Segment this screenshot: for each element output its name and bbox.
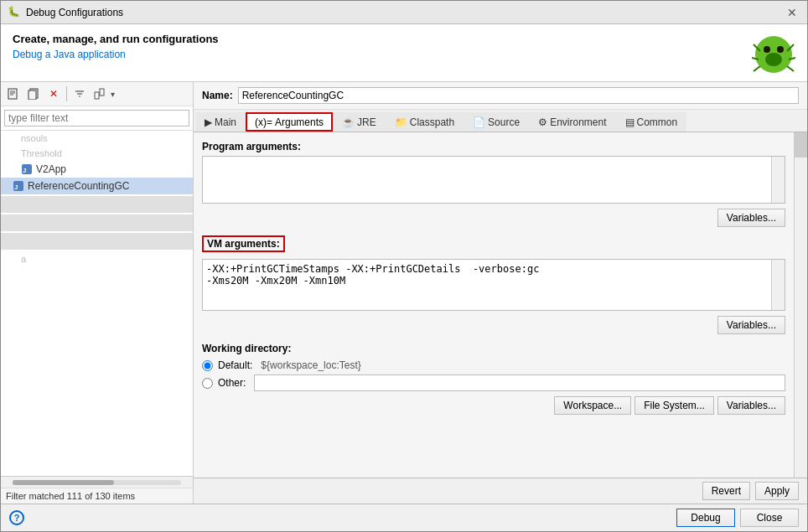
debug-configurations-dialog: 🐛 Debug Configurations ✕ Create, manage,… bbox=[0, 0, 808, 532]
other-label: Other: bbox=[218, 377, 246, 389]
working-dir-label: Working directory: bbox=[202, 343, 785, 354]
svg-point-3 bbox=[765, 53, 782, 66]
new-config-button[interactable] bbox=[4, 85, 23, 103]
jre-tab-label: JRE bbox=[357, 116, 376, 128]
svg-text:J: J bbox=[23, 167, 26, 174]
duplicate-config-button[interactable] bbox=[24, 85, 43, 103]
vm-args-variables-button[interactable]: Variables... bbox=[717, 316, 785, 334]
left-panel: ✕ ▾ bbox=[1, 82, 194, 504]
environment-tab-label: Environment bbox=[550, 116, 606, 128]
default-radio[interactable] bbox=[202, 360, 213, 371]
program-args-variables-row: Variables... bbox=[202, 209, 785, 227]
tree-area[interactable]: nsouls Threshold J V2App bbox=[1, 131, 193, 476]
tab-source[interactable]: 📄 Source bbox=[464, 112, 529, 132]
vm-args-input[interactable]: -XX:+PrintGCTimeStamps -XX:+PrintGCDetai… bbox=[203, 260, 771, 310]
common-tab-icon: ▤ bbox=[625, 116, 634, 128]
other-dir-input[interactable] bbox=[254, 374, 785, 391]
vm-args-variables-row: Variables... bbox=[202, 316, 785, 334]
dialog-icon: 🐛 bbox=[8, 6, 21, 19]
list-item[interactable]: J V2App bbox=[1, 161, 193, 178]
source-tab-label: Source bbox=[488, 116, 520, 128]
search-input[interactable] bbox=[4, 110, 189, 127]
svg-point-2 bbox=[777, 46, 784, 53]
program-args-input[interactable] bbox=[203, 157, 771, 203]
classpath-tab-icon: 📁 bbox=[395, 116, 407, 128]
tab-main[interactable]: ▶ Main bbox=[195, 112, 246, 132]
java-icon: J bbox=[21, 163, 33, 175]
jre-tab-icon: ☕ bbox=[342, 116, 355, 128]
program-args-box bbox=[202, 156, 785, 204]
footer: ? Debug Close bbox=[1, 504, 807, 531]
list-item-selected[interactable]: J ReferenceCountingGC bbox=[1, 178, 193, 194]
name-row: Name: bbox=[194, 82, 807, 110]
delete-config-button[interactable]: ✕ bbox=[44, 85, 63, 103]
horizontal-scrollbar[interactable] bbox=[1, 476, 193, 488]
name-input[interactable] bbox=[238, 87, 799, 104]
header-section: Create, manage, and run configurations D… bbox=[1, 24, 807, 82]
title-bar: 🐛 Debug Configurations ✕ bbox=[1, 1, 807, 24]
main-tab-icon: ▶ bbox=[205, 116, 212, 128]
tab-jre[interactable]: ☕ JRE bbox=[333, 112, 386, 132]
list-item[interactable] bbox=[1, 233, 193, 250]
dropdown-arrow[interactable]: ▾ bbox=[111, 90, 115, 99]
svg-rect-10 bbox=[8, 89, 17, 99]
dialog-title: Debug Configurations bbox=[26, 7, 784, 18]
workspace-value: ${workspace_loc:Test} bbox=[261, 359, 360, 371]
vm-args-label: VM arguments: bbox=[202, 235, 285, 252]
list-item[interactable]: nsouls bbox=[1, 131, 193, 146]
svg-rect-15 bbox=[28, 90, 36, 100]
filter-button[interactable] bbox=[70, 85, 89, 103]
tab-classpath[interactable]: 📁 Classpath bbox=[386, 112, 464, 132]
tab-common[interactable]: ▤ Common bbox=[616, 112, 687, 132]
tab-content-arguments: Program arguments: Variables... VM argum… bbox=[194, 132, 794, 478]
vm-args-box: -XX:+PrintGCTimeStamps -XX:+PrintGCDetai… bbox=[202, 259, 785, 311]
classpath-tab-label: Classpath bbox=[410, 116, 454, 128]
close-window-button[interactable]: ✕ bbox=[784, 6, 800, 19]
program-args-label: Program arguments: bbox=[202, 141, 785, 152]
program-args-variables-button[interactable]: Variables... bbox=[717, 209, 785, 227]
list-item[interactable] bbox=[1, 196, 193, 213]
svg-rect-20 bbox=[100, 89, 104, 96]
tab-environment[interactable]: ⚙ Environment bbox=[529, 112, 615, 132]
filter-status: Filter matched 111 of 130 items bbox=[1, 488, 193, 504]
collapse-button[interactable] bbox=[91, 85, 109, 103]
header-link[interactable]: Debug a Java application bbox=[13, 49, 126, 60]
right-panel-scrollbar[interactable] bbox=[794, 132, 807, 478]
arguments-tab-label: Arguments bbox=[275, 116, 324, 128]
other-radio[interactable] bbox=[202, 378, 213, 389]
default-label: Default: bbox=[218, 359, 252, 371]
file-system-button[interactable]: File System... bbox=[634, 396, 714, 415]
program-args-scrollbar[interactable] bbox=[771, 157, 785, 203]
arguments-tab-icon: (x)= bbox=[255, 116, 272, 128]
java-debug-icon: J bbox=[13, 180, 24, 192]
other-radio-row: Other: bbox=[202, 374, 785, 391]
dir-variables-button[interactable]: Variables... bbox=[717, 396, 785, 415]
apply-button[interactable]: Apply bbox=[755, 482, 799, 500]
search-box bbox=[1, 106, 193, 131]
common-tab-label: Common bbox=[637, 116, 678, 128]
svg-point-1 bbox=[764, 46, 770, 53]
header-title: Create, manage, and run configurations bbox=[13, 33, 219, 45]
tabs-row: ▶ Main (x)= Arguments ☕ JRE 📁 Classpath … bbox=[194, 110, 807, 132]
revert-button[interactable]: Revert bbox=[702, 482, 750, 500]
header-text: Create, manage, and run configurations D… bbox=[13, 33, 219, 60]
bug-illustration bbox=[752, 33, 795, 76]
help-button[interactable]: ? bbox=[9, 510, 24, 525]
list-item[interactable]: a bbox=[1, 251, 193, 266]
list-item[interactable] bbox=[1, 214, 193, 231]
vm-args-scrollbar[interactable] bbox=[771, 260, 785, 310]
dir-buttons-row: Workspace... File System... Variables... bbox=[202, 396, 785, 415]
tab-arguments[interactable]: (x)= Arguments bbox=[246, 112, 333, 132]
workspace-button[interactable]: Workspace... bbox=[554, 396, 631, 415]
environment-tab-icon: ⚙ bbox=[538, 116, 547, 128]
left-toolbar: ✕ ▾ bbox=[1, 82, 193, 106]
close-button[interactable]: Close bbox=[740, 509, 799, 527]
debug-button[interactable]: Debug bbox=[676, 509, 735, 527]
content-wrapper: Program arguments: Variables... VM argum… bbox=[194, 132, 807, 478]
main-content: ✕ ▾ bbox=[1, 82, 807, 504]
svg-rect-19 bbox=[95, 92, 99, 99]
toolbar-separator bbox=[66, 86, 67, 101]
name-label: Name: bbox=[202, 90, 233, 101]
working-dir-section: Working directory: Default: ${workspace_… bbox=[202, 343, 785, 415]
list-item[interactable]: Threshold bbox=[1, 146, 193, 161]
